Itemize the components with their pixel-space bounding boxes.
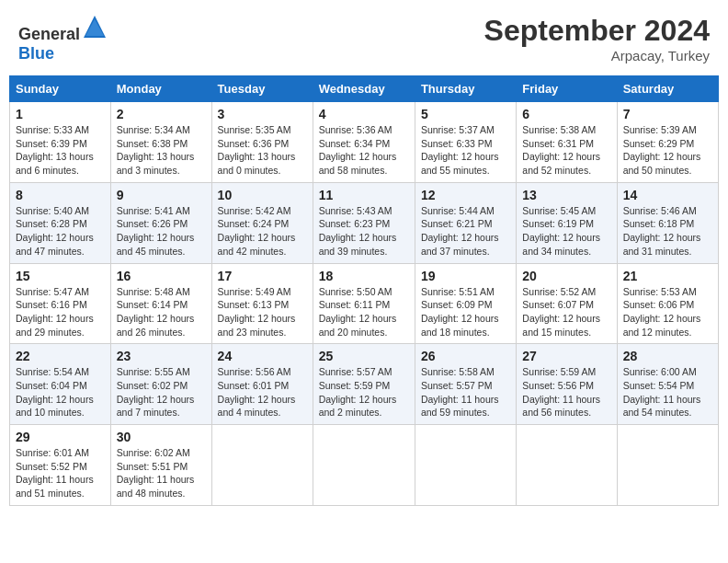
calendar-table: SundayMondayTuesdayWednesdayThursdayFrid…: [9, 75, 719, 506]
calendar-cell: 12Sunrise: 5:44 AMSunset: 6:21 PMDayligh…: [415, 182, 516, 263]
day-info: Sunrise: 5:55 AMSunset: 6:02 PMDaylight:…: [117, 365, 206, 419]
logo: General Blue: [18, 14, 108, 63]
day-info: Sunrise: 5:49 AMSunset: 6:13 PMDaylight:…: [218, 285, 307, 339]
calendar-cell: 10Sunrise: 5:42 AMSunset: 6:24 PMDayligh…: [211, 182, 313, 263]
col-header-wednesday: Wednesday: [313, 76, 415, 102]
day-info: Sunrise: 5:41 AMSunset: 6:26 PMDaylight:…: [117, 204, 206, 259]
col-header-tuesday: Tuesday: [211, 76, 313, 102]
day-number: 6: [522, 107, 610, 121]
calendar-cell: 14Sunrise: 5:46 AMSunset: 6:18 PMDayligh…: [617, 182, 718, 263]
day-info: Sunrise: 5:58 AMSunset: 5:57 PMDaylight:…: [421, 365, 510, 419]
day-number: 18: [319, 269, 409, 283]
calendar-cell: [415, 425, 516, 506]
day-number: 16: [117, 269, 206, 283]
day-number: 14: [623, 188, 712, 202]
logo-general: General: [18, 25, 80, 43]
calendar-cell: 21Sunrise: 5:53 AMSunset: 6:06 PMDayligh…: [617, 263, 718, 344]
day-info: Sunrise: 5:46 AMSunset: 6:18 PMDaylight:…: [623, 204, 712, 259]
calendar-cell: 29Sunrise: 6:01 AMSunset: 5:52 PMDayligh…: [10, 425, 111, 506]
calendar-cell: 22Sunrise: 5:54 AMSunset: 6:04 PMDayligh…: [10, 344, 111, 425]
day-info: Sunrise: 5:45 AMSunset: 6:19 PMDaylight:…: [522, 204, 610, 259]
calendar-cell: 5Sunrise: 5:37 AMSunset: 6:33 PMDaylight…: [415, 102, 516, 183]
calendar-cell: 8Sunrise: 5:40 AMSunset: 6:28 PMDaylight…: [10, 182, 111, 263]
calendar-cell: [313, 425, 415, 506]
calendar-cell: [517, 425, 617, 506]
day-info: Sunrise: 6:00 AMSunset: 5:54 PMDaylight:…: [623, 365, 712, 419]
day-info: Sunrise: 5:50 AMSunset: 6:11 PMDaylight:…: [319, 285, 409, 339]
day-number: 23: [117, 349, 206, 363]
col-header-saturday: Saturday: [617, 76, 718, 102]
day-number: 27: [522, 349, 610, 363]
day-number: 25: [319, 349, 409, 363]
calendar-cell: 20Sunrise: 5:52 AMSunset: 6:07 PMDayligh…: [517, 263, 617, 344]
location: Arpacay, Turkey: [484, 48, 710, 63]
day-info: Sunrise: 5:48 AMSunset: 6:14 PMDaylight:…: [117, 285, 206, 339]
day-info: Sunrise: 6:02 AMSunset: 5:51 PMDaylight:…: [117, 446, 206, 500]
day-number: 3: [218, 107, 307, 121]
day-info: Sunrise: 5:42 AMSunset: 6:24 PMDaylight:…: [218, 204, 307, 259]
calendar-cell: [617, 425, 718, 506]
day-number: 13: [522, 188, 610, 202]
day-number: 4: [319, 107, 409, 121]
day-info: Sunrise: 5:43 AMSunset: 6:23 PMDaylight:…: [319, 204, 409, 259]
day-info: Sunrise: 5:59 AMSunset: 5:56 PMDaylight:…: [522, 365, 610, 419]
calendar-cell: 9Sunrise: 5:41 AMSunset: 6:26 PMDaylight…: [110, 182, 211, 263]
col-header-monday: Monday: [110, 76, 211, 102]
day-info: Sunrise: 5:53 AMSunset: 6:06 PMDaylight:…: [623, 285, 712, 339]
day-number: 9: [117, 188, 206, 202]
calendar-cell: 13Sunrise: 5:45 AMSunset: 6:19 PMDayligh…: [517, 182, 617, 263]
calendar-cell: 18Sunrise: 5:50 AMSunset: 6:11 PMDayligh…: [313, 263, 415, 344]
day-info: Sunrise: 5:34 AMSunset: 6:38 PMDaylight:…: [117, 123, 206, 178]
logo-text: General Blue: [18, 14, 108, 63]
day-number: 2: [117, 107, 206, 121]
calendar-cell: 25Sunrise: 5:57 AMSunset: 5:59 PMDayligh…: [313, 344, 415, 425]
calendar-cell: 6Sunrise: 5:38 AMSunset: 6:31 PMDaylight…: [517, 102, 617, 183]
calendar-cell: 2Sunrise: 5:34 AMSunset: 6:38 PMDaylight…: [110, 102, 211, 183]
logo-blue: Blue: [18, 44, 54, 63]
calendar-cell: 17Sunrise: 5:49 AMSunset: 6:13 PMDayligh…: [211, 263, 313, 344]
day-number: 22: [16, 349, 105, 363]
calendar-cell: 30Sunrise: 6:02 AMSunset: 5:51 PMDayligh…: [110, 425, 211, 506]
day-info: Sunrise: 5:35 AMSunset: 6:36 PMDaylight:…: [218, 123, 307, 178]
calendar-cell: 3Sunrise: 5:35 AMSunset: 6:36 PMDaylight…: [211, 102, 313, 183]
day-number: 20: [522, 269, 610, 283]
day-info: Sunrise: 6:01 AMSunset: 5:52 PMDaylight:…: [16, 446, 105, 500]
calendar-cell: 11Sunrise: 5:43 AMSunset: 6:23 PMDayligh…: [313, 182, 415, 263]
svg-marker-1: [85, 19, 104, 36]
page-header: General Blue September 2024 Arpacay, Tur…: [9, 9, 719, 68]
day-info: Sunrise: 5:33 AMSunset: 6:39 PMDaylight:…: [16, 123, 105, 178]
calendar-cell: 19Sunrise: 5:51 AMSunset: 6:09 PMDayligh…: [415, 263, 516, 344]
calendar-week-row: 29Sunrise: 6:01 AMSunset: 5:52 PMDayligh…: [10, 425, 719, 506]
col-header-friday: Friday: [517, 76, 617, 102]
calendar-cell: 28Sunrise: 6:00 AMSunset: 5:54 PMDayligh…: [617, 344, 718, 425]
day-info: Sunrise: 5:39 AMSunset: 6:29 PMDaylight:…: [623, 123, 712, 178]
day-number: 26: [421, 349, 510, 363]
calendar-week-row: 22Sunrise: 5:54 AMSunset: 6:04 PMDayligh…: [10, 344, 719, 425]
day-info: Sunrise: 5:40 AMSunset: 6:28 PMDaylight:…: [16, 204, 105, 259]
day-number: 11: [319, 188, 409, 202]
day-number: 19: [421, 269, 510, 283]
day-info: Sunrise: 5:47 AMSunset: 6:16 PMDaylight:…: [16, 285, 105, 339]
day-number: 1: [16, 107, 105, 121]
calendar-cell: 24Sunrise: 5:56 AMSunset: 6:01 PMDayligh…: [211, 344, 313, 425]
calendar-week-row: 1Sunrise: 5:33 AMSunset: 6:39 PMDaylight…: [10, 102, 719, 183]
col-header-sunday: Sunday: [10, 76, 111, 102]
calendar-cell: 16Sunrise: 5:48 AMSunset: 6:14 PMDayligh…: [110, 263, 211, 344]
day-number: 21: [623, 269, 712, 283]
day-number: 17: [218, 269, 307, 283]
calendar-cell: 26Sunrise: 5:58 AMSunset: 5:57 PMDayligh…: [415, 344, 516, 425]
logo-icon: [82, 14, 108, 40]
day-number: 12: [421, 188, 510, 202]
day-number: 7: [623, 107, 712, 121]
title-block: September 2024 Arpacay, Turkey: [484, 14, 710, 63]
calendar-header-row: SundayMondayTuesdayWednesdayThursdayFrid…: [10, 76, 719, 102]
day-number: 29: [16, 430, 105, 444]
day-number: 15: [16, 269, 105, 283]
calendar-cell: 23Sunrise: 5:55 AMSunset: 6:02 PMDayligh…: [110, 344, 211, 425]
day-info: Sunrise: 5:57 AMSunset: 5:59 PMDaylight:…: [319, 365, 409, 419]
day-info: Sunrise: 5:37 AMSunset: 6:33 PMDaylight:…: [421, 123, 510, 178]
day-info: Sunrise: 5:56 AMSunset: 6:01 PMDaylight:…: [218, 365, 307, 419]
day-info: Sunrise: 5:36 AMSunset: 6:34 PMDaylight:…: [319, 123, 409, 178]
calendar-cell: 4Sunrise: 5:36 AMSunset: 6:34 PMDaylight…: [313, 102, 415, 183]
col-header-thursday: Thursday: [415, 76, 516, 102]
